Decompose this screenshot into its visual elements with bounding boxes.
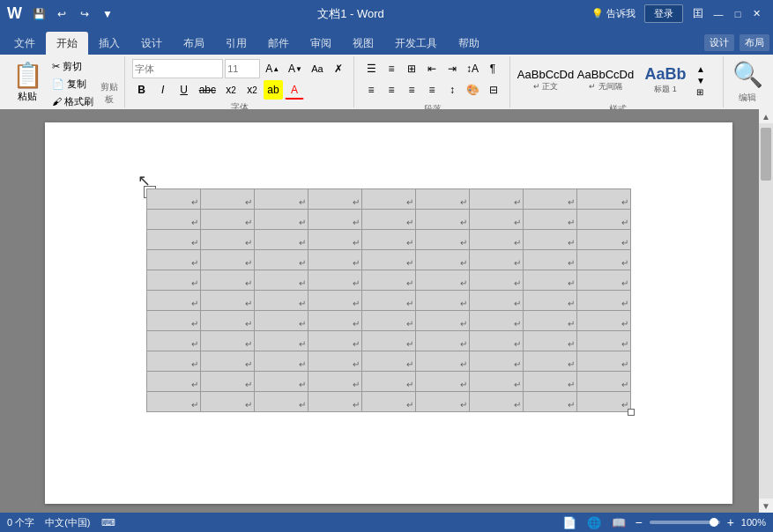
table-cell[interactable]	[200, 270, 254, 291]
table-cell[interactable]	[200, 331, 254, 351]
table-cell[interactable]	[308, 331, 361, 351]
font-size-input[interactable]	[225, 59, 260, 78]
table-cell[interactable]	[146, 270, 200, 291]
table-cell[interactable]	[308, 372, 361, 392]
font-shrink-button[interactable]: A▼	[285, 59, 306, 78]
justify-button[interactable]: ≡	[422, 80, 442, 100]
table-cell[interactable]	[361, 230, 415, 250]
table-cell[interactable]	[415, 210, 469, 230]
table-cell[interactable]	[415, 189, 469, 210]
align-right-button[interactable]: ≡	[402, 80, 421, 100]
zoom-percent[interactable]: 100%	[741, 517, 766, 528]
styles-scroll-down[interactable]: ▼	[695, 75, 706, 86]
table-cell[interactable]	[523, 372, 576, 392]
table-cell[interactable]	[146, 250, 200, 270]
paste-button[interactable]: 📋 粘贴	[9, 58, 46, 106]
table-cell[interactable]	[576, 331, 630, 351]
table-cell[interactable]	[361, 291, 415, 311]
format-painter-button[interactable]: 🖌 格式刷	[48, 93, 98, 110]
table-cell[interactable]	[308, 270, 361, 291]
underline-button[interactable]: U	[175, 80, 194, 100]
table-cell[interactable]	[146, 392, 200, 412]
view-web-button[interactable]: 🌐	[585, 516, 603, 529]
table-cell[interactable]	[200, 291, 254, 311]
table-cell[interactable]	[523, 351, 576, 372]
zoom-minus-button[interactable]: −	[635, 515, 642, 529]
table-cell[interactable]	[254, 230, 308, 250]
table-cell[interactable]	[361, 189, 415, 210]
table-cell[interactable]	[361, 210, 415, 230]
align-center-button[interactable]: ≡	[382, 80, 401, 100]
tab-layout[interactable]: 布局	[173, 32, 215, 55]
cut-button[interactable]: ✂ 剪切	[48, 58, 98, 75]
font-grow-button[interactable]: A▲	[262, 59, 283, 78]
login-button[interactable]: 登录	[644, 4, 683, 23]
table-cell[interactable]	[361, 331, 415, 351]
align-left-button[interactable]: ≡	[361, 80, 381, 100]
table-cell[interactable]	[469, 392, 523, 412]
table-cell[interactable]	[576, 372, 630, 392]
table-cell[interactable]	[254, 392, 308, 412]
table-cell[interactable]	[146, 311, 200, 331]
strikethrough-button[interactable]: abc	[196, 80, 219, 100]
table-cell[interactable]	[254, 250, 308, 270]
table-cell[interactable]	[415, 392, 469, 412]
table-cell[interactable]	[200, 230, 254, 250]
table-cell[interactable]	[469, 372, 523, 392]
table-cell[interactable]	[254, 270, 308, 291]
vertical-scrollbar[interactable]: ▲ ▼	[759, 109, 773, 513]
table-cell[interactable]	[523, 392, 576, 412]
table-cell[interactable]	[146, 230, 200, 250]
tab-help[interactable]: 帮助	[448, 32, 490, 55]
table-cell[interactable]	[415, 230, 469, 250]
table-cell[interactable]	[523, 270, 576, 291]
table-cell[interactable]	[146, 189, 200, 210]
table-cell[interactable]	[469, 230, 523, 250]
table-cell[interactable]	[361, 351, 415, 372]
quick-undo-button[interactable]: ↩	[52, 4, 71, 24]
table-cell[interactable]	[308, 250, 361, 270]
table-cell[interactable]	[415, 351, 469, 372]
table-cell[interactable]	[200, 250, 254, 270]
table-cell[interactable]	[469, 331, 523, 351]
scroll-track[interactable]	[759, 123, 773, 499]
tab-design2[interactable]: 设计	[704, 34, 734, 51]
table-cell[interactable]	[254, 291, 308, 311]
language-indicator[interactable]: 中文(中国)	[45, 516, 90, 529]
clear-format-button[interactable]: ✗	[329, 59, 348, 78]
italic-button[interactable]: I	[153, 80, 173, 100]
table-cell[interactable]	[146, 372, 200, 392]
document-area[interactable]: ▲ ▼ ↖ ⊹	[0, 109, 773, 513]
show-marks-button[interactable]: ¶	[483, 59, 502, 78]
superscript-button[interactable]: x2	[242, 80, 262, 100]
border-button[interactable]: ⊟	[484, 80, 503, 100]
scroll-up-arrow[interactable]: ▲	[759, 109, 773, 123]
scroll-thumb[interactable]	[761, 128, 771, 181]
table-cell[interactable]	[254, 189, 308, 210]
table-cell[interactable]	[469, 210, 523, 230]
table-cell[interactable]	[576, 250, 630, 270]
bold-button[interactable]: B	[132, 80, 152, 100]
line-spacing-button[interactable]: ↕	[442, 80, 462, 100]
table-cell[interactable]	[576, 351, 630, 372]
table-cell[interactable]	[361, 392, 415, 412]
table-cell[interactable]	[469, 250, 523, 270]
table-cell[interactable]	[523, 291, 576, 311]
table-cell[interactable]	[523, 250, 576, 270]
font-color-button[interactable]: A	[285, 80, 304, 100]
shading-button[interactable]: 🎨	[463, 80, 483, 100]
increase-indent-button[interactable]: ⇥	[442, 59, 462, 78]
table-cell[interactable]	[415, 331, 469, 351]
tab-mail[interactable]: 邮件	[257, 32, 300, 55]
table-cell[interactable]	[576, 311, 630, 331]
change-case-button[interactable]: Aa	[308, 59, 327, 78]
table-cell[interactable]	[523, 210, 576, 230]
table-cell[interactable]	[469, 351, 523, 372]
table-cell[interactable]	[576, 392, 630, 412]
maximize-button[interactable]: □	[729, 5, 747, 23]
zoom-thumb[interactable]	[710, 518, 718, 527]
table-cell[interactable]	[308, 291, 361, 311]
style-no-spacing[interactable]: AaBbCcDd ↵ 无间隔	[576, 59, 635, 101]
quick-save-button[interactable]: 💾	[29, 4, 48, 24]
table-cell[interactable]	[415, 270, 469, 291]
